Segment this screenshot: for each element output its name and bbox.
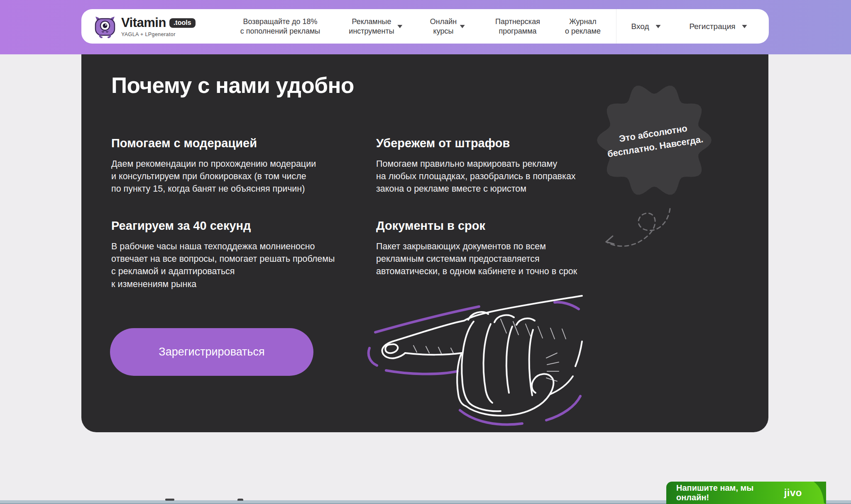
header-divider [616, 9, 616, 44]
feature-text: В рабочие часы наша техподдежка молниено… [111, 240, 376, 290]
leaf-icon [808, 482, 826, 504]
feature-text: Пакет закрывающих документов по всем рек… [376, 240, 743, 278]
chat-widget[interactable]: Напишите нам, мы онлайн! jivo [666, 482, 826, 504]
monster-icon [94, 15, 116, 38]
feature-documents: Документы в срок Пакет закрывающих докум… [376, 219, 743, 290]
feature-title: Документы в срок [376, 219, 743, 233]
peek-mark [237, 499, 243, 501]
nav-item-ad-tools[interactable]: Рекламные инструменты [349, 17, 402, 36]
header-bar: Vitamin .tools YAGLA + LPgenerator Возвр… [81, 9, 769, 44]
register-label: Регистрация [689, 22, 735, 31]
brand-logo[interactable]: Vitamin .tools YAGLA + LPgenerator [94, 15, 196, 38]
nav-item-cashback[interactable]: Возвращайте до 18% с пополнений рекламы [240, 17, 320, 36]
feature-moderation: Помогаем с модерацией Даем рекомендации … [111, 136, 376, 195]
register-button[interactable]: Регистрация [689, 22, 747, 31]
dashed-arrow-icon [599, 206, 674, 254]
free-badge: Это абсолютно бесплатно. Навсегда. [596, 80, 712, 200]
nav-item-label: Партнерская программа [495, 17, 540, 36]
nav-item-ad-journal[interactable]: Журнал о рекламе [565, 17, 601, 36]
nav-item-label: Возвращайте до 18% с пополнений рекламы [240, 17, 320, 36]
hand-illustration [351, 283, 584, 429]
brand-suffix-badge: .tools [169, 18, 196, 28]
login-label: Вход [631, 22, 649, 31]
brand-name: Vitamin [121, 15, 166, 30]
chat-message: Напишите нам, мы онлайн! [676, 483, 784, 502]
feature-title: Реагируем за 40 секунд [111, 219, 376, 233]
nav-item-online-courses[interactable]: Онлайн курсы [430, 17, 465, 36]
nav-item-label: Рекламные инструменты [349, 17, 394, 36]
jivo-logo: jivo [784, 487, 802, 499]
chevron-down-icon [742, 25, 747, 28]
feature-response-time: Реагируем за 40 секунд В рабочие часы на… [111, 219, 376, 290]
chevron-down-icon [398, 25, 403, 28]
nav-item-partner-program[interactable]: Партнерская программа [495, 17, 540, 36]
hero-section: Почему с нами удобно Помогаем с модераци… [81, 54, 768, 432]
hero-title: Почему с нами удобно [111, 73, 354, 98]
register-cta-button[interactable]: Зарегистрироваться [110, 328, 313, 376]
brand-text: Vitamin .tools YAGLA + LPgenerator [121, 15, 196, 37]
nav-item-label: Журнал о рекламе [565, 17, 601, 36]
chevron-down-icon [460, 25, 465, 28]
peek-mark [165, 499, 174, 501]
feature-title: Помогаем с модерацией [111, 136, 376, 150]
login-button[interactable]: Вход [631, 22, 661, 31]
brand-tagline: YAGLA + LPgenerator [121, 32, 196, 37]
chevron-down-icon [655, 25, 660, 28]
page-background: { "brand": { "name": "Vitamin", "suffix"… [0, 0, 851, 504]
nav-item-label: Онлайн курсы [430, 17, 457, 36]
feature-text: Даем рекомендации по прохождению модерац… [111, 158, 376, 195]
